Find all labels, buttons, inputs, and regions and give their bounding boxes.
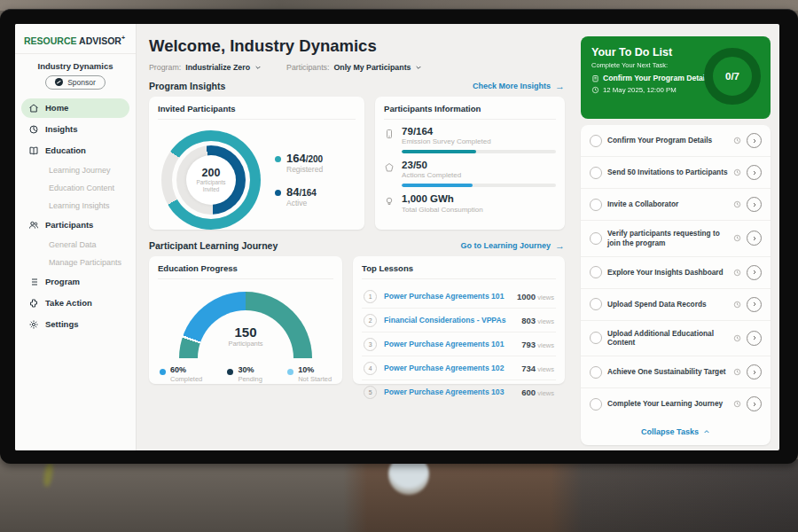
- checkbox-icon[interactable]: [590, 167, 602, 179]
- scene: RESOURCE ADVISOR+ Industry Dynamics Spon…: [0, 0, 798, 532]
- chevron-right-button[interactable]: [747, 364, 762, 379]
- sidebar-item-participants[interactable]: Participants: [21, 215, 129, 235]
- lesson-rank: 2: [364, 314, 377, 327]
- insights-cards-row: Invited Participants 200 Participants In…: [149, 97, 565, 230]
- lesson-link[interactable]: Power Purchase Agreements 102: [384, 364, 514, 372]
- filters-row: Program: Industrialize Zero Participants…: [149, 63, 565, 72]
- card-title: Participants Information: [384, 104, 556, 120]
- task-item[interactable]: Upload Additional Educational Content: [581, 320, 771, 356]
- sidebar-item-program[interactable]: Program: [21, 272, 129, 292]
- survey-icon: [384, 129, 395, 139]
- checkbox-icon[interactable]: [590, 332, 602, 344]
- clock-icon: [733, 168, 741, 176]
- chevron-right-button[interactable]: [747, 297, 762, 312]
- program-filter-label: Program:: [149, 63, 181, 72]
- check-more-insights-link[interactable]: Check More Insights →: [473, 82, 565, 91]
- sidebar-item-manage-participants[interactable]: Manage Participants: [21, 254, 129, 270]
- clock-icon: [733, 301, 741, 309]
- sidebar-item-learning-insights[interactable]: Learning Insights: [21, 198, 129, 214]
- section-title: Participant Learning Journey: [149, 240, 278, 251]
- task-item[interactable]: Complete Your Learning Journey: [581, 387, 771, 419]
- sidebar-item-education[interactable]: Education: [21, 141, 129, 160]
- checkbox-icon[interactable]: [590, 232, 602, 245]
- chevron-right-button[interactable]: [747, 197, 762, 212]
- actions-progress-bar: [402, 184, 556, 187]
- collapse-tasks-link[interactable]: Collapse Tasks: [581, 419, 771, 445]
- app-logo: RESOURCE ADVISOR+: [15, 31, 136, 54]
- chevron-right-button[interactable]: [747, 133, 762, 148]
- task-item[interactable]: Verify participants requesting to join t…: [581, 220, 771, 256]
- chevron-right-button[interactable]: [747, 231, 762, 246]
- education-legend: 60%Completed 30%Pending 10%Not Started: [160, 365, 332, 383]
- info-row-actions: 23/50 Actions Completed: [384, 160, 556, 187]
- chevron-right-button[interactable]: [747, 331, 762, 346]
- lesson-link[interactable]: Power Purchase Agreements 101: [384, 292, 510, 301]
- lesson-link[interactable]: Power Purchase Agreements 101: [384, 340, 514, 348]
- legend-dot: [227, 369, 233, 375]
- checkbox-icon[interactable]: [590, 298, 602, 310]
- list-item: 5 Power Purchase Agreements 103 600 view…: [362, 380, 556, 403]
- chevron-right-button[interactable]: [747, 165, 762, 180]
- gear-icon: [28, 319, 39, 330]
- sidebar-item-settings[interactable]: Settings: [21, 315, 129, 334]
- lesson-rank: 1: [364, 290, 377, 303]
- main-content: Welcome, Industry Dynamics Program: Indu…: [137, 24, 577, 450]
- emission-progress-bar: [402, 150, 556, 153]
- insights-icon: [28, 124, 39, 135]
- checkbox-icon[interactable]: [590, 199, 602, 211]
- invited-donut-chart: 200 Participants Invited: [161, 130, 261, 230]
- participants-icon: [28, 220, 39, 231]
- donut-center-label: Participants Invited: [192, 179, 231, 193]
- task-item[interactable]: Invite a Collaborator: [581, 188, 771, 220]
- gauge-center-label: Participants: [228, 340, 262, 348]
- sidebar-item-education-content[interactable]: Education Content: [21, 180, 129, 196]
- chevron-down-icon: [254, 64, 262, 71]
- checkbox-icon[interactable]: [590, 398, 602, 411]
- link-label: Check More Insights: [473, 82, 551, 90]
- lesson-views: 600 views: [521, 387, 554, 397]
- checkbox-icon[interactable]: [590, 135, 602, 147]
- logo-resource: RESOURCE: [24, 35, 77, 46]
- sidebar-item-label: General Data: [49, 240, 97, 249]
- task-item[interactable]: Upload Spend Data Records: [581, 288, 771, 320]
- sponsor-badge-label: Sponsor: [67, 78, 96, 87]
- lesson-link[interactable]: Financial Considerations - VPPAs: [384, 316, 514, 325]
- task-item[interactable]: Achieve One Sustainability Target: [581, 356, 771, 387]
- sidebar-item-label: Education Content: [49, 184, 114, 192]
- home-icon: [28, 103, 39, 113]
- go-to-learning-journey-link[interactable]: Go to Learning Journey →: [460, 241, 565, 251]
- sidebar-item-take-action[interactable]: Take Action: [21, 293, 129, 313]
- lesson-views: 793 views: [521, 340, 554, 349]
- clock-icon: [591, 86, 599, 94]
- chevron-right-button[interactable]: [747, 265, 762, 280]
- sidebar-item-label: Learning Insights: [49, 201, 110, 210]
- task-item[interactable]: Confirm Your Program Details: [581, 125, 771, 156]
- chevron-right-button[interactable]: [747, 396, 762, 411]
- participants-filter[interactable]: Participants: Only My Participants: [286, 63, 422, 72]
- info-row-consumption: 1,000 GWh Total Global Consumption: [384, 193, 556, 213]
- sponsor-badge[interactable]: Sponsor: [45, 75, 106, 90]
- sidebar-item-label: Participants: [45, 220, 93, 230]
- arrow-right-icon: →: [555, 82, 565, 91]
- sidebar-item-learning-journey[interactable]: Learning Journey: [21, 162, 129, 178]
- checkbox-icon[interactable]: [590, 266, 602, 278]
- todo-summary-card: Your To Do List Complete Your Next Task:…: [581, 36, 771, 119]
- lesson-link[interactable]: Power Purchase Agreements 103: [384, 387, 514, 396]
- sidebar-item-general-data[interactable]: General Data: [21, 237, 129, 253]
- card-title: Invited Participants: [158, 104, 356, 120]
- legend-registered: 164/200 Registered: [275, 153, 323, 174]
- sidebar-item-insights[interactable]: Insights: [21, 120, 129, 139]
- education-gauge-chart: 150 Participants: [179, 292, 312, 358]
- section-title: Program Insights: [149, 81, 225, 91]
- legend-not-started: 10%Not Started: [287, 365, 332, 383]
- sidebar-item-label: Education: [45, 145, 86, 155]
- program-filter[interactable]: Program: Industrialize Zero: [149, 63, 262, 72]
- dashboard-screen: RESOURCE ADVISOR+ Industry Dynamics Spon…: [15, 24, 779, 450]
- legend-dot: [275, 156, 281, 162]
- sidebar-item-home[interactable]: Home: [21, 98, 129, 118]
- sidebar-item-label: Learning Journey: [49, 166, 111, 175]
- task-item[interactable]: Explore Your Insights Dashboard: [581, 256, 771, 288]
- checkbox-icon[interactable]: [590, 366, 602, 379]
- sidebar-item-label: Home: [45, 103, 68, 113]
- task-item[interactable]: Send 50 Invitations to Participants: [581, 156, 771, 188]
